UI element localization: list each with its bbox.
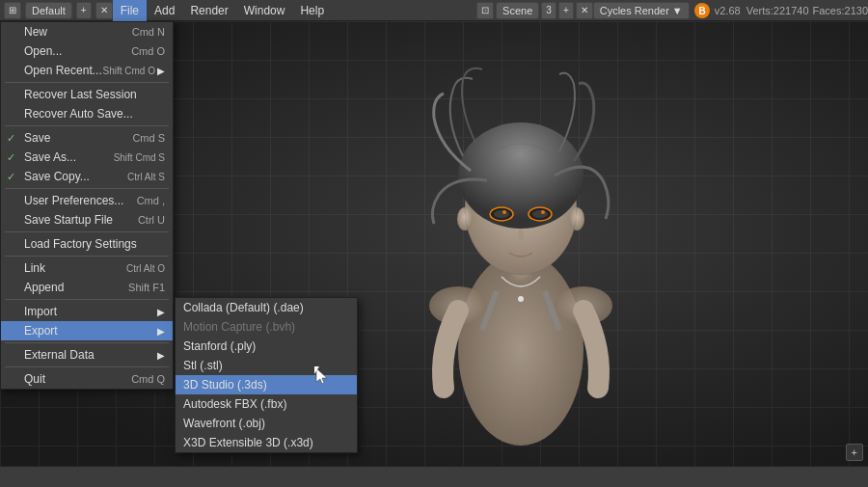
menu-item-open[interactable]: Open... Cmd O (1, 41, 173, 61)
import-arrow: ▶ (157, 307, 165, 317)
menu-render[interactable]: Render (182, 0, 235, 21)
external-data-label: External Data (24, 348, 95, 362)
svg-point-16 (518, 296, 524, 302)
version-info: v2.68 (715, 5, 741, 16)
export-3dstudio[interactable]: 3D Studio (.3ds) (176, 375, 357, 394)
menu-item-recover-auto[interactable]: Recover Auto Save... (1, 104, 173, 123)
external-data-arrow: ▶ (157, 350, 165, 361)
export-stanford[interactable]: Stanford (.ply) (176, 337, 357, 356)
menu-item-link[interactable]: Link Ctrl Alt O (1, 258, 173, 278)
layout-selector[interactable]: Default (25, 2, 72, 19)
menu-item-open-recent[interactable]: Open Recent... Shift Cmd O ▶ (1, 61, 173, 80)
sep-5 (5, 256, 169, 257)
viewport-overlay: + (846, 444, 863, 461)
export-motion-capture: Motion Capture (.bvh) (176, 317, 357, 337)
layout-add[interactable]: + (76, 2, 92, 19)
export-submenu: Collada (Default) (.dae) Motion Capture … (175, 297, 358, 453)
svg-point-10 (502, 210, 506, 214)
export-collada[interactable]: Collada (Default) (.dae) (176, 298, 357, 317)
render-engine-label: Cycles Render (600, 5, 669, 16)
quit-label: Quit (24, 372, 45, 386)
menu-file[interactable]: File (113, 0, 147, 21)
menu-item-user-prefs[interactable]: User Preferences... Cmd , (1, 191, 173, 210)
scene-label[interactable]: Scene (496, 2, 539, 19)
import-label: Import (24, 305, 57, 318)
open-label: Open... (24, 44, 62, 58)
layout-icon[interactable]: ⊞ (4, 2, 21, 19)
save-startup-label: Save Startup File (24, 213, 113, 227)
scene-icon[interactable]: ⊡ (476, 2, 494, 19)
menu-item-save[interactable]: ✓ Save Cmd S (1, 128, 173, 148)
scene-add[interactable]: + (558, 2, 574, 19)
menu-add[interactable]: Add (147, 0, 182, 21)
menu-item-export[interactable]: Export ▶ (1, 321, 173, 340)
scene-controls: ⊡ Scene 3 + ✕ (476, 2, 593, 19)
sep-7 (5, 342, 169, 343)
menu-item-append[interactable]: Append Shift F1 (1, 278, 173, 297)
blender-logo: B (693, 2, 711, 19)
append-shortcut: Shift F1 (128, 282, 165, 293)
svg-point-11 (541, 210, 545, 214)
open-recent-label: Open Recent... (24, 64, 102, 77)
menu-window[interactable]: Window (236, 0, 293, 21)
verts-info: Verts:221740 (746, 5, 809, 16)
status-bar (0, 466, 868, 487)
file-dropdown: New Cmd N Open... Cmd O Open Recent... S… (0, 21, 174, 390)
render-engine-arrow: ▼ (672, 5, 683, 16)
stl-label: Stl (.stl) (183, 359, 223, 372)
open-shortcut: Cmd O (131, 45, 165, 57)
wavefront-label: Wavefront (.obj) (183, 417, 265, 430)
export-stl[interactable]: Stl (.stl) (176, 356, 357, 375)
new-label: New (24, 25, 47, 39)
menu-item-save-startup[interactable]: Save Startup File Ctrl U (1, 210, 173, 230)
top-menubar: ⊞ Default + ✕ File Add Render Window Hel… (0, 0, 868, 21)
sep-6 (5, 299, 169, 300)
render-engine-selector[interactable]: Cycles Render ▼ (593, 2, 690, 19)
user-prefs-label: User Preferences... (24, 194, 123, 207)
scene-number[interactable]: 3 (541, 2, 556, 19)
svg-point-9 (532, 210, 548, 218)
layout-controls: ⊞ Default + ✕ (4, 2, 113, 19)
menu-item-recover-last[interactable]: Recover Last Session (1, 85, 173, 104)
open-recent-arrow: ▶ (157, 66, 165, 76)
sep-3 (5, 188, 169, 189)
save-as-shortcut: Shift Cmd S (114, 152, 165, 163)
motion-capture-label: Motion Capture (.bvh) (183, 320, 295, 334)
collada-label: Collada (Default) (.dae) (183, 301, 304, 314)
menu-item-external-data[interactable]: External Data ▶ (1, 345, 173, 365)
recover-last-label: Recover Last Session (24, 88, 137, 101)
menu-item-save-as[interactable]: ✓ Save As... Shift Cmd S (1, 148, 173, 167)
menu-item-new[interactable]: New Cmd N (1, 22, 173, 41)
menu-item-save-copy[interactable]: ✓ Save Copy... Ctrl Alt S (1, 167, 173, 186)
new-shortcut: Cmd N (132, 26, 165, 38)
export-x3d[interactable]: X3D Extensible 3D (.x3d) (176, 433, 357, 452)
3d-model (366, 21, 675, 465)
save-copy-shortcut: Ctrl Alt S (127, 172, 165, 182)
menu-item-quit[interactable]: Quit Cmd Q (1, 369, 173, 389)
autodesk-fbx-label: Autodesk FBX (.fbx) (183, 397, 286, 411)
stanford-label: Stanford (.ply) (183, 339, 256, 353)
save-label: Save (24, 131, 50, 145)
export-autodesk-fbx[interactable]: Autodesk FBX (.fbx) (176, 394, 357, 414)
scene-close[interactable]: ✕ (576, 2, 593, 19)
save-copy-label: Save Copy... (24, 170, 90, 183)
export-wavefront[interactable]: Wavefront (.obj) (176, 414, 357, 433)
save-startup-shortcut: Ctrl U (138, 214, 165, 226)
svg-point-8 (494, 210, 509, 218)
link-label: Link (24, 261, 45, 275)
append-label: Append (24, 281, 64, 294)
save-shortcut: Cmd S (132, 132, 165, 144)
menu-item-load-factory[interactable]: Load Factory Settings (1, 234, 173, 254)
recover-auto-label: Recover Auto Save... (24, 107, 133, 121)
load-factory-label: Load Factory Settings (24, 237, 137, 251)
export-arrow: ▶ (157, 326, 165, 337)
menu-item-import[interactable]: Import ▶ (1, 302, 173, 321)
export-label: Export (24, 324, 58, 338)
sep-4 (5, 231, 169, 232)
svg-text:B: B (698, 6, 705, 16)
viewport-btn-1[interactable]: + (846, 444, 863, 461)
layout-close[interactable]: ✕ (95, 2, 113, 19)
sep-8 (5, 366, 169, 367)
faces-info: Faces:2130 (813, 5, 868, 16)
menu-help[interactable]: Help (292, 0, 332, 21)
